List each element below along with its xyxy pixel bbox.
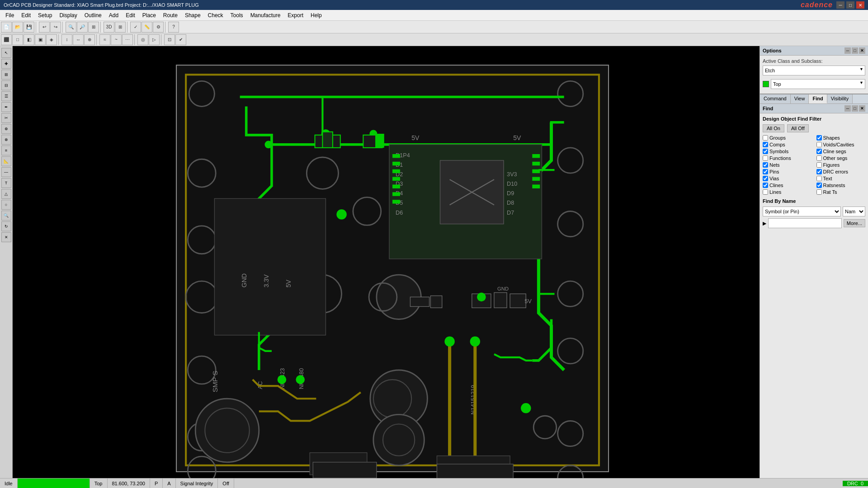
left-btn-4[interactable]: ⊟ <box>1 80 11 90</box>
cb-clines-input[interactable] <box>763 183 768 188</box>
left-btn-2[interactable]: ✚ <box>1 59 11 69</box>
cb-nets-input[interactable] <box>763 162 768 168</box>
t2-btn8[interactable]: ⊕ <box>84 34 95 45</box>
save-btn[interactable]: 💾 <box>24 22 34 33</box>
zoom-fit-btn[interactable]: ⊞ <box>88 22 99 33</box>
find-controls[interactable]: ─ □ ✕ <box>844 105 865 112</box>
left-btn-8[interactable]: ⊕ <box>1 124 11 134</box>
menu-outline[interactable]: Outline <box>81 11 105 19</box>
left-btn-3[interactable]: ⊞ <box>1 70 11 80</box>
menu-display[interactable]: Display <box>56 11 80 19</box>
cb-lines-input[interactable] <box>763 189 768 195</box>
cb-groups-input[interactable] <box>763 135 768 141</box>
cb-ratsnests-input[interactable] <box>816 183 822 188</box>
left-btn-shape[interactable]: △ <box>1 189 11 199</box>
options-close[interactable]: ✕ <box>859 47 865 54</box>
find-type-select[interactable]: Symbol (or Pin) <box>763 206 841 216</box>
cb-figures-input[interactable] <box>816 162 822 168</box>
t2-btn2[interactable]: □ <box>12 34 23 45</box>
cb-drc-input[interactable] <box>816 169 822 174</box>
3d-btn[interactable]: 3D <box>104 22 114 33</box>
menu-place[interactable]: Place <box>139 11 160 19</box>
tab-command[interactable]: Command <box>760 94 791 103</box>
left-btn-del[interactable]: ✕ <box>1 232 11 242</box>
minimize-button[interactable]: ─ <box>836 1 844 9</box>
left-btn-9[interactable]: ⊗ <box>1 135 11 145</box>
menu-tools[interactable]: Tools <box>227 11 247 19</box>
t2-btn1[interactable]: ⬛ <box>1 34 12 45</box>
left-btn-ruler[interactable]: 📐 <box>1 156 11 166</box>
find-qualifier-select[interactable]: Nam <box>843 206 865 216</box>
find-minimize[interactable]: ─ <box>844 105 851 112</box>
menu-export[interactable]: Export <box>284 11 307 19</box>
t2-add-connect[interactable]: ≈ <box>99 34 110 45</box>
t2-test[interactable]: ▷ <box>149 34 160 45</box>
find-text-input[interactable] <box>768 218 842 228</box>
left-btn-circle[interactable]: ○ <box>1 200 11 210</box>
t2-btn4[interactable]: ▣ <box>35 34 46 45</box>
menu-shape[interactable]: Shape <box>181 11 204 19</box>
t2-btn3[interactable]: ◧ <box>24 34 34 45</box>
left-btn-measure[interactable]: — <box>1 167 11 177</box>
menu-manufacture[interactable]: Manufacture <box>247 11 284 19</box>
close-button[interactable]: ✕ <box>856 1 864 9</box>
left-btn-5[interactable]: ☰ <box>1 91 11 101</box>
find-more-button[interactable]: More... <box>844 219 865 227</box>
cb-other-segs-input[interactable] <box>816 155 822 161</box>
menu-file[interactable]: File <box>2 11 18 19</box>
tab-view[interactable]: View <box>791 94 809 103</box>
window-controls[interactable]: ─ □ ✕ <box>836 1 864 9</box>
menu-check[interactable]: Check <box>204 11 227 19</box>
left-btn-text[interactable]: T <box>1 178 11 188</box>
redo-btn[interactable]: ↪ <box>50 22 61 33</box>
zoom-in-btn[interactable]: 🔍 <box>66 22 76 33</box>
cb-pins-input[interactable] <box>763 169 768 174</box>
menu-edit2[interactable]: Edit <box>122 11 139 19</box>
cb-symbols-input[interactable] <box>763 149 768 154</box>
menu-add[interactable]: Add <box>105 11 122 19</box>
class-select[interactable]: Etch <box>763 66 865 75</box>
open-btn[interactable]: 📂 <box>12 22 23 33</box>
undo-btn[interactable]: ↩ <box>39 22 50 33</box>
cb-rat-ts-input[interactable] <box>816 189 822 195</box>
cb-vias-input[interactable] <box>763 176 768 181</box>
measure-btn[interactable]: 📏 <box>142 22 152 33</box>
properties-btn[interactable]: ⚙ <box>153 22 164 33</box>
canvas-area[interactable]: D1P4 D1 D2 D3 D4 D5 D6 3V3 D10 D9 D8 D7 <box>13 46 760 478</box>
new-btn[interactable]: 📄 <box>1 22 12 33</box>
t2-btn5[interactable]: ◈ <box>46 34 57 45</box>
t2-btn9[interactable]: ⋯ <box>122 34 133 45</box>
cb-shapes-input[interactable] <box>816 135 822 141</box>
cb-comps-input[interactable] <box>763 142 768 147</box>
left-btn-10[interactable]: ≡ <box>1 145 11 155</box>
zoom-out-btn[interactable]: 🔎 <box>77 22 88 33</box>
drc-btn[interactable]: ✓ <box>130 22 141 33</box>
all-on-button[interactable]: All On <box>763 124 784 132</box>
t2-btn7[interactable]: ↔ <box>73 34 84 45</box>
menu-setup[interactable]: Setup <box>34 11 56 19</box>
options-minimize[interactable]: ─ <box>844 47 851 54</box>
all-off-button[interactable]: All Off <box>787 124 809 132</box>
left-btn-6[interactable]: ✒ <box>1 102 11 112</box>
t2-btn6[interactable]: ↕ <box>61 34 72 45</box>
t2-check[interactable]: ✔ <box>175 34 186 45</box>
t2-route[interactable]: ~ <box>111 34 122 45</box>
find-restore[interactable]: □ <box>852 105 858 112</box>
left-btn-rotate[interactable]: ↻ <box>1 221 11 231</box>
options-controls[interactable]: ─ □ ✕ <box>844 47 865 54</box>
left-btn-1[interactable]: ↖ <box>1 48 11 58</box>
help-btn[interactable]: ? <box>168 22 179 33</box>
left-btn-zoom[interactable]: 🔍 <box>1 211 11 221</box>
cb-functions-input[interactable] <box>763 155 768 161</box>
cb-text-input[interactable] <box>816 176 822 181</box>
tab-find[interactable]: Find <box>809 94 827 103</box>
t2-drc-run[interactable]: ⊡ <box>164 34 175 45</box>
cb-cline-segs-input[interactable] <box>816 149 822 154</box>
maximize-button[interactable]: □ <box>846 1 854 9</box>
menu-route[interactable]: Route <box>160 11 181 19</box>
find-close[interactable]: ✕ <box>859 105 865 112</box>
menu-edit[interactable]: Edit <box>18 11 34 19</box>
tab-visibility[interactable]: Visibility <box>827 94 853 103</box>
menu-help[interactable]: Help <box>307 11 326 19</box>
cb-voids-input[interactable] <box>816 142 822 147</box>
